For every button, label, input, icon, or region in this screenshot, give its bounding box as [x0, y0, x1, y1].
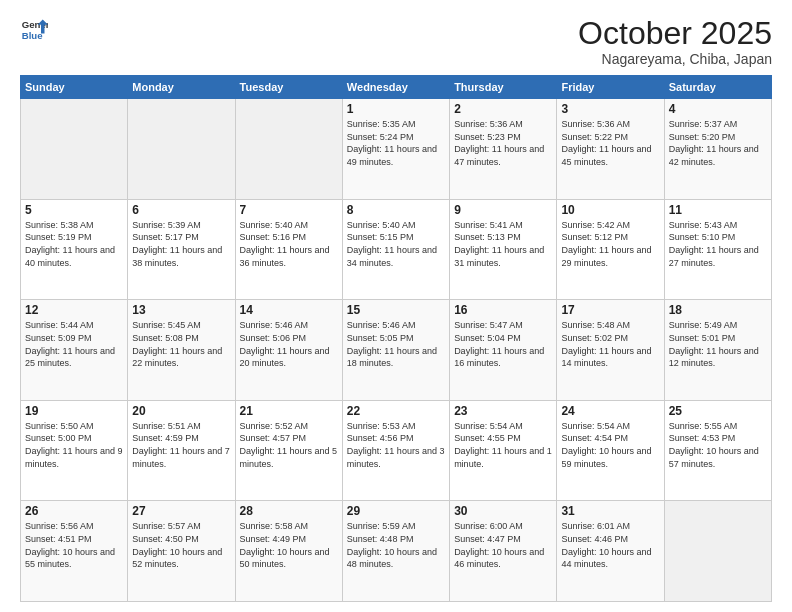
day-number: 16 — [454, 303, 552, 317]
day-info: Sunrise: 5:58 AM Sunset: 4:49 PM Dayligh… — [240, 520, 338, 570]
day-number: 9 — [454, 203, 552, 217]
day-info: Sunrise: 6:01 AM Sunset: 4:46 PM Dayligh… — [561, 520, 659, 570]
table-row: 14Sunrise: 5:46 AM Sunset: 5:06 PM Dayli… — [235, 300, 342, 401]
day-number: 26 — [25, 504, 123, 518]
day-info: Sunrise: 5:36 AM Sunset: 5:22 PM Dayligh… — [561, 118, 659, 168]
day-info: Sunrise: 5:55 AM Sunset: 4:53 PM Dayligh… — [669, 420, 767, 470]
table-row: 4Sunrise: 5:37 AM Sunset: 5:20 PM Daylig… — [664, 99, 771, 200]
day-info: Sunrise: 5:51 AM Sunset: 4:59 PM Dayligh… — [132, 420, 230, 470]
col-thursday: Thursday — [450, 76, 557, 99]
week-row-1: 5Sunrise: 5:38 AM Sunset: 5:19 PM Daylig… — [21, 199, 772, 300]
table-row — [21, 99, 128, 200]
title-block: October 2025 Nagareyama, Chiba, Japan — [578, 16, 772, 67]
table-row: 27Sunrise: 5:57 AM Sunset: 4:50 PM Dayli… — [128, 501, 235, 602]
day-info: Sunrise: 5:54 AM Sunset: 4:54 PM Dayligh… — [561, 420, 659, 470]
day-number: 31 — [561, 504, 659, 518]
day-info: Sunrise: 5:47 AM Sunset: 5:04 PM Dayligh… — [454, 319, 552, 369]
day-info: Sunrise: 5:46 AM Sunset: 5:06 PM Dayligh… — [240, 319, 338, 369]
table-row: 11Sunrise: 5:43 AM Sunset: 5:10 PM Dayli… — [664, 199, 771, 300]
day-number: 30 — [454, 504, 552, 518]
day-number: 24 — [561, 404, 659, 418]
day-info: Sunrise: 6:00 AM Sunset: 4:47 PM Dayligh… — [454, 520, 552, 570]
table-row: 31Sunrise: 6:01 AM Sunset: 4:46 PM Dayli… — [557, 501, 664, 602]
week-row-2: 12Sunrise: 5:44 AM Sunset: 5:09 PM Dayli… — [21, 300, 772, 401]
day-info: Sunrise: 5:42 AM Sunset: 5:12 PM Dayligh… — [561, 219, 659, 269]
table-row: 3Sunrise: 5:36 AM Sunset: 5:22 PM Daylig… — [557, 99, 664, 200]
table-row: 12Sunrise: 5:44 AM Sunset: 5:09 PM Dayli… — [21, 300, 128, 401]
day-number: 2 — [454, 102, 552, 116]
table-row: 19Sunrise: 5:50 AM Sunset: 5:00 PM Dayli… — [21, 400, 128, 501]
table-row: 7Sunrise: 5:40 AM Sunset: 5:16 PM Daylig… — [235, 199, 342, 300]
col-sunday: Sunday — [21, 76, 128, 99]
table-row: 5Sunrise: 5:38 AM Sunset: 5:19 PM Daylig… — [21, 199, 128, 300]
table-row: 8Sunrise: 5:40 AM Sunset: 5:15 PM Daylig… — [342, 199, 449, 300]
day-number: 8 — [347, 203, 445, 217]
day-number: 14 — [240, 303, 338, 317]
header-row: Sunday Monday Tuesday Wednesday Thursday… — [21, 76, 772, 99]
table-row: 6Sunrise: 5:39 AM Sunset: 5:17 PM Daylig… — [128, 199, 235, 300]
location: Nagareyama, Chiba, Japan — [578, 51, 772, 67]
table-row: 30Sunrise: 6:00 AM Sunset: 4:47 PM Dayli… — [450, 501, 557, 602]
col-saturday: Saturday — [664, 76, 771, 99]
table-row: 29Sunrise: 5:59 AM Sunset: 4:48 PM Dayli… — [342, 501, 449, 602]
table-row: 1Sunrise: 5:35 AM Sunset: 5:24 PM Daylig… — [342, 99, 449, 200]
logo-icon: General Blue — [20, 16, 48, 44]
page: General Blue October 2025 Nagareyama, Ch… — [0, 0, 792, 612]
svg-text:Blue: Blue — [22, 30, 43, 41]
day-number: 27 — [132, 504, 230, 518]
col-wednesday: Wednesday — [342, 76, 449, 99]
table-row: 22Sunrise: 5:53 AM Sunset: 4:56 PM Dayli… — [342, 400, 449, 501]
day-info: Sunrise: 5:50 AM Sunset: 5:00 PM Dayligh… — [25, 420, 123, 470]
day-info: Sunrise: 5:56 AM Sunset: 4:51 PM Dayligh… — [25, 520, 123, 570]
day-info: Sunrise: 5:54 AM Sunset: 4:55 PM Dayligh… — [454, 420, 552, 470]
col-friday: Friday — [557, 76, 664, 99]
table-row: 28Sunrise: 5:58 AM Sunset: 4:49 PM Dayli… — [235, 501, 342, 602]
day-info: Sunrise: 5:45 AM Sunset: 5:08 PM Dayligh… — [132, 319, 230, 369]
day-info: Sunrise: 5:41 AM Sunset: 5:13 PM Dayligh… — [454, 219, 552, 269]
week-row-3: 19Sunrise: 5:50 AM Sunset: 5:00 PM Dayli… — [21, 400, 772, 501]
col-monday: Monday — [128, 76, 235, 99]
day-number: 1 — [347, 102, 445, 116]
table-row: 21Sunrise: 5:52 AM Sunset: 4:57 PM Dayli… — [235, 400, 342, 501]
day-number: 15 — [347, 303, 445, 317]
table-row: 10Sunrise: 5:42 AM Sunset: 5:12 PM Dayli… — [557, 199, 664, 300]
day-number: 6 — [132, 203, 230, 217]
day-info: Sunrise: 5:39 AM Sunset: 5:17 PM Dayligh… — [132, 219, 230, 269]
day-number: 29 — [347, 504, 445, 518]
day-number: 21 — [240, 404, 338, 418]
day-info: Sunrise: 5:43 AM Sunset: 5:10 PM Dayligh… — [669, 219, 767, 269]
table-row: 13Sunrise: 5:45 AM Sunset: 5:08 PM Dayli… — [128, 300, 235, 401]
day-info: Sunrise: 5:36 AM Sunset: 5:23 PM Dayligh… — [454, 118, 552, 168]
table-row: 17Sunrise: 5:48 AM Sunset: 5:02 PM Dayli… — [557, 300, 664, 401]
day-number: 3 — [561, 102, 659, 116]
calendar: Sunday Monday Tuesday Wednesday Thursday… — [20, 75, 772, 602]
day-number: 5 — [25, 203, 123, 217]
week-row-4: 26Sunrise: 5:56 AM Sunset: 4:51 PM Dayli… — [21, 501, 772, 602]
day-number: 23 — [454, 404, 552, 418]
day-number: 13 — [132, 303, 230, 317]
day-number: 28 — [240, 504, 338, 518]
week-row-0: 1Sunrise: 5:35 AM Sunset: 5:24 PM Daylig… — [21, 99, 772, 200]
table-row: 9Sunrise: 5:41 AM Sunset: 5:13 PM Daylig… — [450, 199, 557, 300]
logo: General Blue — [20, 16, 48, 44]
table-row — [235, 99, 342, 200]
day-info: Sunrise: 5:44 AM Sunset: 5:09 PM Dayligh… — [25, 319, 123, 369]
day-info: Sunrise: 5:57 AM Sunset: 4:50 PM Dayligh… — [132, 520, 230, 570]
day-info: Sunrise: 5:48 AM Sunset: 5:02 PM Dayligh… — [561, 319, 659, 369]
day-info: Sunrise: 5:49 AM Sunset: 5:01 PM Dayligh… — [669, 319, 767, 369]
day-number: 7 — [240, 203, 338, 217]
table-row: 25Sunrise: 5:55 AM Sunset: 4:53 PM Dayli… — [664, 400, 771, 501]
table-row: 15Sunrise: 5:46 AM Sunset: 5:05 PM Dayli… — [342, 300, 449, 401]
day-number: 20 — [132, 404, 230, 418]
day-info: Sunrise: 5:53 AM Sunset: 4:56 PM Dayligh… — [347, 420, 445, 470]
day-info: Sunrise: 5:38 AM Sunset: 5:19 PM Dayligh… — [25, 219, 123, 269]
day-info: Sunrise: 5:40 AM Sunset: 5:15 PM Dayligh… — [347, 219, 445, 269]
day-number: 17 — [561, 303, 659, 317]
table-row — [128, 99, 235, 200]
table-row: 26Sunrise: 5:56 AM Sunset: 4:51 PM Dayli… — [21, 501, 128, 602]
day-info: Sunrise: 5:46 AM Sunset: 5:05 PM Dayligh… — [347, 319, 445, 369]
header: General Blue October 2025 Nagareyama, Ch… — [20, 16, 772, 67]
day-number: 22 — [347, 404, 445, 418]
day-number: 12 — [25, 303, 123, 317]
table-row: 2Sunrise: 5:36 AM Sunset: 5:23 PM Daylig… — [450, 99, 557, 200]
